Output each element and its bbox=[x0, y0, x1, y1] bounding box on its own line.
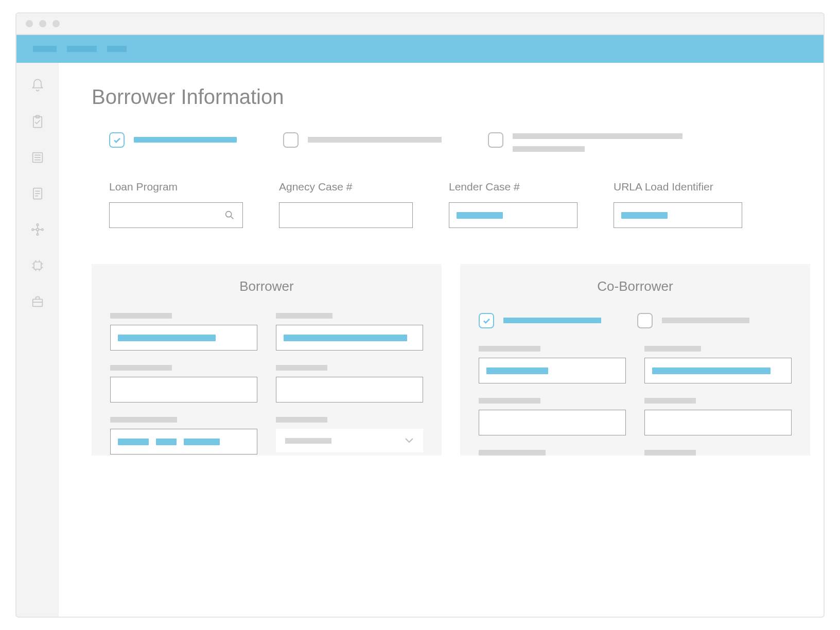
agency-case-input[interactable] bbox=[279, 202, 413, 228]
window-control-close[interactable] bbox=[26, 20, 33, 27]
lender-case-label: Lender Case # bbox=[449, 181, 577, 193]
checkbox-2[interactable] bbox=[283, 132, 299, 148]
field-urla-id: URLA Load Identifier bbox=[614, 181, 742, 228]
sidebar bbox=[16, 63, 59, 617]
agency-case-label: Agnecy Case # bbox=[279, 181, 413, 193]
urla-id-input[interactable] bbox=[614, 202, 742, 228]
coborrower-check-1-label bbox=[503, 318, 601, 323]
checkbox-1-label bbox=[134, 137, 237, 143]
body: Borrower Information bbox=[16, 63, 824, 617]
field-lender-case: Lender Case # bbox=[449, 181, 577, 228]
borrower-field-3 bbox=[110, 365, 257, 402]
field-row: Loan Program Agnecy Case # Lender Case # bbox=[109, 181, 824, 228]
coborrower-input-1[interactable] bbox=[479, 358, 626, 383]
clipboard-check-icon[interactable] bbox=[30, 114, 45, 129]
document-icon[interactable] bbox=[30, 186, 45, 201]
loan-program-input[interactable] bbox=[109, 202, 243, 228]
borrower-field-2 bbox=[276, 313, 423, 351]
window-titlebar bbox=[16, 13, 824, 35]
coborrower-check-2-label bbox=[662, 318, 749, 323]
lender-case-input[interactable] bbox=[449, 202, 577, 228]
svg-point-5 bbox=[37, 224, 39, 226]
top-nav-bar bbox=[16, 35, 824, 63]
borrower-input-5[interactable] bbox=[110, 429, 257, 454]
topbar-item[interactable] bbox=[107, 46, 127, 52]
chevron-down-icon bbox=[405, 437, 414, 444]
svg-point-4 bbox=[36, 229, 39, 231]
coborrower-check-2 bbox=[637, 313, 749, 328]
coborrower-input-3[interactable] bbox=[479, 410, 626, 435]
borrower-input-1[interactable] bbox=[110, 325, 257, 351]
checkbox-3[interactable] bbox=[488, 132, 503, 148]
urla-id-label: URLA Load Identifier bbox=[614, 181, 742, 193]
borrower-input-3[interactable] bbox=[110, 377, 257, 402]
svg-point-7 bbox=[31, 229, 33, 231]
chip-icon[interactable] bbox=[30, 258, 45, 273]
coborrower-input-2[interactable] bbox=[644, 358, 792, 383]
window-control-min[interactable] bbox=[39, 20, 46, 27]
borrower-form bbox=[110, 313, 423, 454]
coborrower-field-6 bbox=[644, 450, 792, 456]
loan-program-label: Loan Program bbox=[109, 181, 243, 193]
app-window: Borrower Information bbox=[15, 12, 825, 618]
borrower-panel: Borrower bbox=[92, 264, 442, 456]
list-icon[interactable] bbox=[30, 150, 45, 165]
coborrower-field-4 bbox=[644, 398, 792, 435]
svg-point-8 bbox=[41, 229, 43, 231]
coborrower-input-4[interactable] bbox=[644, 410, 792, 435]
coborrower-panel: Co-Borrower bbox=[460, 264, 810, 456]
checkbox-option-3 bbox=[488, 132, 682, 152]
checkbox-option-2 bbox=[283, 132, 442, 152]
coborrower-checkbox-1[interactable] bbox=[479, 313, 494, 328]
borrower-input-2[interactable] bbox=[276, 325, 423, 351]
borrower-field-5 bbox=[110, 417, 257, 454]
bell-icon[interactable] bbox=[30, 78, 45, 93]
top-checkbox-row bbox=[109, 132, 824, 152]
coborrower-checkbox-2[interactable] bbox=[637, 313, 653, 328]
svg-point-11 bbox=[226, 212, 232, 217]
panels-row: Borrower bbox=[92, 264, 824, 456]
svg-rect-10 bbox=[32, 299, 42, 306]
coborrower-check-row bbox=[479, 313, 792, 328]
borrower-field-1 bbox=[110, 313, 257, 351]
borrower-input-4[interactable] bbox=[276, 377, 423, 402]
field-agency-case: Agnecy Case # bbox=[279, 181, 413, 228]
coborrower-field-2 bbox=[644, 346, 792, 383]
briefcase-icon[interactable] bbox=[30, 294, 45, 309]
main-content: Borrower Information bbox=[59, 63, 824, 617]
coborrower-check-1 bbox=[479, 313, 601, 328]
page-title: Borrower Information bbox=[92, 85, 824, 109]
search-icon bbox=[224, 209, 235, 221]
field-loan-program: Loan Program bbox=[109, 181, 243, 228]
topbar-item[interactable] bbox=[67, 46, 97, 52]
coborrower-field-3 bbox=[479, 398, 626, 435]
checkbox-2-label bbox=[308, 137, 442, 143]
topbar-item[interactable] bbox=[33, 46, 57, 52]
coborrower-panel-title: Co-Borrower bbox=[479, 278, 792, 294]
checkbox-3-label bbox=[513, 132, 682, 152]
checkbox-option-1 bbox=[109, 132, 237, 152]
nodes-icon[interactable] bbox=[30, 222, 45, 237]
checkbox-1[interactable] bbox=[109, 132, 125, 148]
borrower-field-6 bbox=[276, 417, 423, 454]
coborrower-field-1 bbox=[479, 346, 626, 383]
svg-point-6 bbox=[37, 234, 39, 236]
svg-rect-9 bbox=[34, 262, 41, 269]
borrower-field-4 bbox=[276, 365, 423, 402]
coborrower-form bbox=[479, 346, 792, 456]
borrower-select[interactable] bbox=[276, 429, 423, 452]
coborrower-field-5 bbox=[479, 450, 626, 456]
window-control-max[interactable] bbox=[52, 20, 60, 27]
borrower-panel-title: Borrower bbox=[110, 278, 423, 294]
